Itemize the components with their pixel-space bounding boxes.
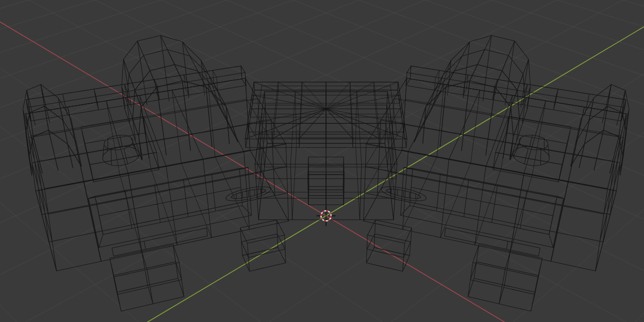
floor-grid — [0, 0, 644, 322]
wireframe-model[interactable] — [23, 35, 629, 311]
x-axis-line — [0, 0, 644, 322]
world-axes — [0, 0, 644, 322]
y-axis-line — [0, 0, 644, 322]
grid-lines — [0, 0, 644, 322]
model-edges-mid — [23, 35, 629, 311]
viewport-3d[interactable] — [0, 0, 644, 322]
wireframe-canvas — [0, 0, 644, 322]
